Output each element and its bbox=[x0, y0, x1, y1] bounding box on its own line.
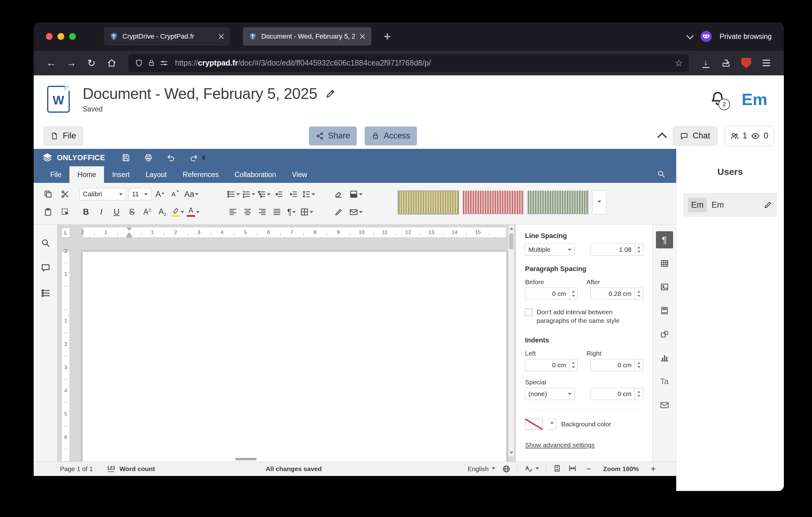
justify-button[interactable] bbox=[270, 205, 283, 219]
subscript-button[interactable]: A2 bbox=[156, 205, 169, 219]
back-button[interactable]: ← bbox=[42, 55, 60, 72]
paragraph-settings-tab[interactable]: ¶ bbox=[656, 231, 673, 248]
mail-merge-settings-tab[interactable] bbox=[656, 396, 673, 413]
tracking-protection-shield-icon[interactable] bbox=[135, 59, 143, 67]
edit-user-pencil-icon[interactable] bbox=[764, 200, 772, 209]
url-bar[interactable]: https://cryptpad.fr/doc/#/3/doc/edit/ff0… bbox=[128, 54, 689, 72]
header-footer-settings-tab[interactable] bbox=[656, 302, 673, 319]
tab-cryptdrive[interactable]: CryptDrive - CryptPad.fr bbox=[104, 27, 230, 46]
strikethrough-button[interactable]: S bbox=[125, 205, 138, 219]
align-center-button[interactable] bbox=[241, 205, 254, 219]
menu-tab-references[interactable]: References bbox=[175, 166, 227, 183]
extensions-button[interactable] bbox=[717, 55, 735, 72]
select-all-button[interactable] bbox=[59, 205, 71, 219]
close-tab-icon[interactable] bbox=[359, 33, 366, 40]
undo-button[interactable] bbox=[163, 151, 180, 164]
cut-button[interactable] bbox=[59, 187, 71, 201]
fit-width-button[interactable] bbox=[568, 464, 577, 474]
menu-tab-view[interactable]: View bbox=[284, 166, 315, 183]
print-button[interactable] bbox=[140, 151, 157, 164]
italic-button[interactable]: I bbox=[95, 205, 108, 219]
minimize-window-button[interactable] bbox=[58, 33, 64, 40]
h-ruler[interactable]: 21123456789101112131415 bbox=[58, 227, 516, 238]
scroll-down-arrow[interactable] bbox=[510, 452, 513, 454]
bullets-button[interactable] bbox=[226, 187, 240, 201]
share-button[interactable]: Share bbox=[309, 127, 357, 145]
downloads-button[interactable]: ↓ bbox=[697, 55, 715, 72]
close-tab-icon[interactable] bbox=[218, 33, 225, 40]
paragraph-shading-button[interactable] bbox=[349, 187, 362, 201]
lock-icon[interactable] bbox=[147, 59, 155, 67]
highlight-color-button[interactable] bbox=[171, 205, 184, 219]
save-button[interactable] bbox=[117, 151, 134, 164]
search-button[interactable] bbox=[657, 169, 666, 180]
editor-user-avatar[interactable]: E bbox=[202, 155, 206, 161]
borders-shading-button[interactable] bbox=[300, 205, 313, 219]
textart-settings-tab[interactable]: Ta bbox=[656, 373, 673, 390]
special-select[interactable]: (none) bbox=[525, 388, 575, 400]
menu-tab-file[interactable]: File bbox=[42, 166, 69, 183]
zoom-window-button[interactable] bbox=[69, 33, 76, 40]
menu-tab-home[interactable]: Home bbox=[69, 166, 104, 183]
spacing-after-spinner[interactable]: 0.28 cm bbox=[590, 288, 643, 300]
font-size-select[interactable]: 11 bbox=[128, 188, 151, 200]
app-menu-button[interactable] bbox=[757, 55, 775, 72]
menu-tab-layout[interactable]: Layout bbox=[138, 166, 175, 183]
line-spacing-amount-spinner[interactable]: 1.08 bbox=[590, 244, 643, 256]
forward-button[interactable]: → bbox=[62, 55, 80, 72]
menu-tab-insert[interactable]: Insert bbox=[104, 166, 138, 183]
increase-indent-button[interactable] bbox=[287, 187, 300, 201]
indent-left-spinner[interactable]: 0 cm bbox=[525, 359, 578, 371]
home-button[interactable] bbox=[103, 55, 120, 72]
copy-style-button[interactable] bbox=[332, 205, 345, 219]
menu-tab-collaboration[interactable]: Collaboration bbox=[227, 166, 284, 183]
globe-icon[interactable] bbox=[502, 465, 511, 473]
document-page[interactable] bbox=[83, 252, 506, 462]
vertical-scrollbar[interactable] bbox=[508, 224, 514, 457]
navigation-button[interactable] bbox=[39, 287, 52, 299]
align-right-button[interactable] bbox=[256, 205, 269, 219]
background-color-dropdown[interactable] bbox=[548, 419, 556, 430]
edit-title-pencil-icon[interactable] bbox=[325, 88, 336, 99]
scroll-up-arrow[interactable] bbox=[510, 227, 513, 230]
ublock-origin-button[interactable] bbox=[737, 55, 755, 72]
access-button[interactable]: Access bbox=[365, 127, 417, 145]
nonprinting-characters-button[interactable]: ¶ bbox=[285, 205, 298, 219]
new-tab-button[interactable]: + bbox=[379, 28, 395, 45]
increase-font-button[interactable]: A bbox=[153, 187, 167, 201]
zoom-in-button[interactable]: + bbox=[648, 464, 659, 474]
redo-button[interactable] bbox=[185, 151, 202, 164]
underline-button[interactable]: U bbox=[110, 205, 123, 219]
bookmark-star-icon[interactable]: ☆ bbox=[675, 58, 683, 68]
comments-button[interactable] bbox=[39, 262, 52, 274]
url-text[interactable]: https://cryptpad.fr/doc/#/3/doc/edit/ff0… bbox=[175, 58, 670, 67]
align-left-button[interactable] bbox=[226, 205, 239, 219]
horizontal-scrollbar[interactable] bbox=[58, 457, 508, 461]
user-list-item[interactable]: Em Em bbox=[683, 193, 777, 217]
clear-style-button[interactable] bbox=[332, 187, 345, 201]
language-select[interactable]: English bbox=[467, 465, 495, 472]
chart-settings-tab[interactable] bbox=[656, 349, 673, 366]
fit-page-button[interactable] bbox=[553, 464, 561, 474]
zoom-level[interactable]: Zoom 100% bbox=[603, 465, 639, 472]
table-settings-tab[interactable] bbox=[656, 255, 673, 272]
mail-merge-button[interactable] bbox=[349, 205, 362, 219]
shape-settings-tab[interactable] bbox=[656, 326, 673, 343]
line-spacing-select[interactable]: Multiple bbox=[525, 244, 575, 256]
line-spacing-button[interactable] bbox=[302, 187, 315, 201]
interval-checkbox[interactable] bbox=[525, 308, 532, 316]
word-count-button[interactable]: Word count bbox=[119, 465, 155, 472]
horizontal-scroll-thumb[interactable] bbox=[235, 458, 257, 460]
background-color-swatch[interactable] bbox=[525, 419, 543, 430]
document-title[interactable]: Document - Wed, February 5, 2025 bbox=[83, 85, 317, 103]
permissions-sliders-icon[interactable] bbox=[160, 59, 168, 67]
paste-button[interactable] bbox=[41, 205, 55, 219]
special-amount-spinner[interactable]: 0 cm bbox=[590, 388, 643, 400]
v-ruler[interactable]: 21123456 bbox=[61, 238, 70, 462]
presence-counts[interactable]: 1 0 bbox=[725, 126, 774, 146]
image-settings-tab[interactable] bbox=[656, 278, 673, 296]
show-advanced-settings-link[interactable]: Show advanced settings bbox=[525, 441, 595, 449]
indent-right-spinner[interactable]: 0 cm bbox=[590, 359, 643, 371]
spacing-before-spinner[interactable]: 0 cm bbox=[525, 288, 578, 300]
collapse-toolbar-chevron-icon[interactable] bbox=[657, 132, 667, 142]
